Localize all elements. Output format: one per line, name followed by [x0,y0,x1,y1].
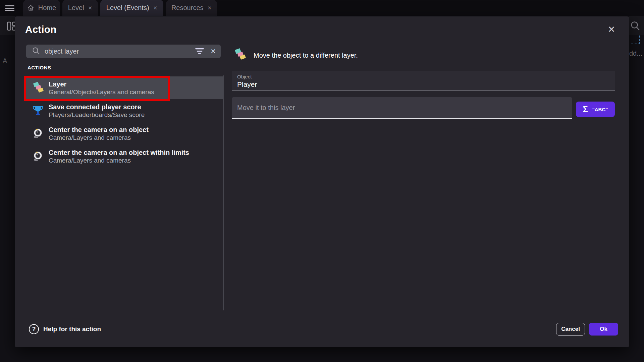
tab-level[interactable]: Level ✕ [62,0,98,16]
expression-type-label: "ABC" [592,107,608,112]
action-description-row: Move the object to a different layer. [233,48,358,62]
expression-editor-button[interactable]: Σ "ABC" [576,102,615,117]
tab-label: Resources [171,4,204,12]
background-truncated-text: dd... [629,50,642,57]
camera-icon [32,128,44,139]
object-field-value: Player [237,80,615,88]
layer-field[interactable] [232,97,572,119]
tab-bar: Home Level ✕ Level (Events) ✕ Resources … [0,0,644,16]
tab-level-events[interactable]: Level (Events) ✕ [100,0,163,16]
tab-close-icon[interactable]: ✕ [153,5,158,11]
action-title: Save connected player score [49,103,145,111]
tab-resources[interactable]: Resources ✕ [166,0,217,16]
action-description: Move the object to a different layer. [254,52,358,59]
search-input[interactable] [45,48,191,55]
search-icon [32,47,40,56]
home-icon [27,4,34,11]
trophy-icon [32,105,44,116]
object-field[interactable]: Object Player [232,71,615,91]
clear-search-icon[interactable]: ✕ [209,47,216,55]
action-path: General/Objects/Layers and cameras [49,88,154,96]
cancel-button[interactable]: Cancel [556,323,585,336]
filter-icon[interactable] [195,48,204,55]
camera-icon [32,151,44,162]
sigma-icon: Σ [583,105,588,114]
help-icon: ? [29,324,39,334]
action-title: Center the camera on an object [49,126,149,134]
action-row-layer[interactable]: Layer General/Objects/Layers and cameras [26,76,223,99]
tab-close-icon[interactable]: ✕ [88,5,93,11]
selection-dashed-outline [631,36,640,44]
tab-home[interactable]: Home [23,0,60,16]
layer-input[interactable] [237,104,572,112]
tab-label: Level [68,4,84,12]
action-dialog: Action ✕ ✕ ACTIONS [15,16,629,347]
object-field-label: Object [237,74,615,79]
dialog-title: Action [25,24,56,35]
tab-label: Level (Events) [106,4,149,12]
help-label: Help for this action [43,325,101,333]
action-title: Center the camera on an object within li… [49,148,189,157]
background-partial-text: A [3,57,7,65]
ok-button[interactable]: Ok [589,323,618,336]
action-path: Camera/Layers and cameras [49,134,149,141]
layers-icon [32,82,44,94]
action-row-center-camera[interactable]: Center the camera on an object Camera/La… [26,122,223,145]
layers-icon [233,48,246,62]
app-root: Home Level ✕ Level (Events) ✕ Resources … [0,0,644,362]
help-link[interactable]: ? Help for this action [29,323,101,336]
action-title: Layer [49,80,154,88]
action-list: Layer General/Objects/Layers and cameras… [26,76,223,168]
action-search-box[interactable]: ✕ [26,45,221,58]
action-row-center-camera-limits[interactable]: Center the camera on an object within li… [26,145,223,168]
hamburger-menu-icon[interactable] [5,5,14,11]
panel-divider [223,75,224,310]
tab-close-icon[interactable]: ✕ [208,5,212,11]
background-search-icon [630,21,640,33]
tab-label: Home [38,4,56,12]
action-path: Players/Leaderboards/Save score [49,111,145,119]
dialog-close-icon[interactable]: ✕ [604,22,619,37]
action-path: Camera/Layers and cameras [49,157,189,164]
action-row-save-score[interactable]: Save connected player score Players/Lead… [26,99,223,122]
actions-section-header: ACTIONS [28,65,51,70]
